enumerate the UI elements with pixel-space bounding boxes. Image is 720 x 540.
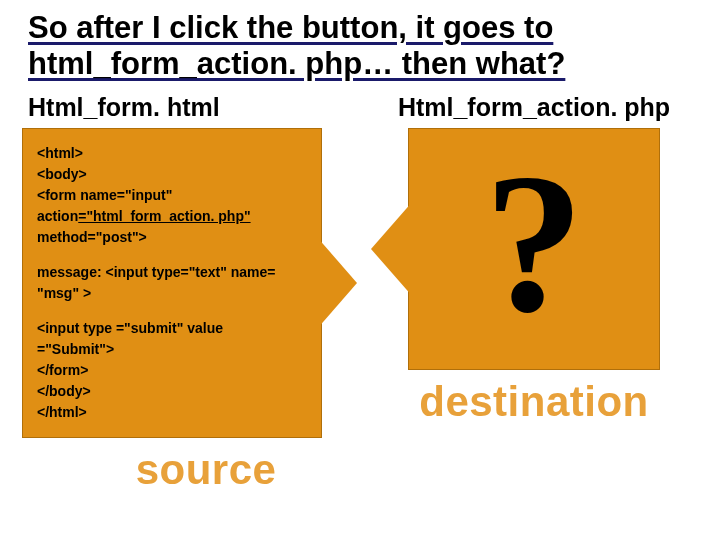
code-line: <body> bbox=[37, 164, 303, 185]
right-heading: Html_form_action. php bbox=[376, 93, 692, 122]
question-arrow-panel: ? bbox=[408, 128, 660, 370]
code-fragment: method="post"> bbox=[37, 229, 147, 245]
code-line: <html> bbox=[37, 143, 303, 164]
spacer bbox=[37, 304, 303, 318]
slide: So after I click the button, it goes to … bbox=[0, 0, 720, 540]
source-label: source bbox=[62, 446, 350, 494]
code-line: message: <input type="text" name= "msg" … bbox=[37, 262, 303, 304]
content-columns: Html_form. html <html> <body> <form name… bbox=[0, 87, 720, 494]
code-line: </body> bbox=[37, 381, 303, 402]
code-arrow-panel: <html> <body> <form name="input" action=… bbox=[22, 128, 322, 438]
right-column: Html_form_action. php ? destination bbox=[370, 87, 698, 494]
code-line: </html> bbox=[37, 402, 303, 423]
question-mark: ? bbox=[484, 143, 584, 343]
code-line: <input type ="submit" value ="Submit"> bbox=[37, 318, 303, 360]
spacer bbox=[37, 248, 303, 262]
left-heading: Html_form. html bbox=[28, 93, 344, 122]
code-fragment-underline: ="html_form_action. php" bbox=[78, 208, 250, 224]
code-line: <form name="input" action="html_form_act… bbox=[37, 185, 303, 248]
destination-label: destination bbox=[370, 378, 698, 426]
slide-title: So after I click the button, it goes to … bbox=[0, 0, 720, 87]
code-line: </form> bbox=[37, 360, 303, 381]
left-column: Html_form. html <html> <body> <form name… bbox=[22, 87, 350, 494]
